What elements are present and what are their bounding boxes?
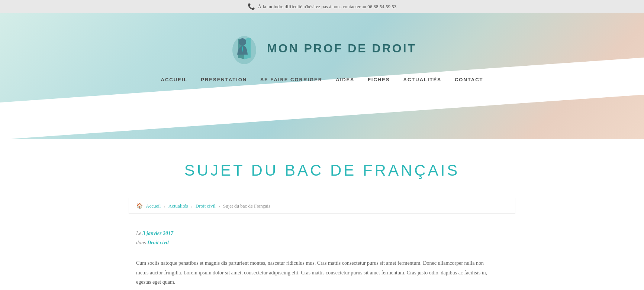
top-bar-message: À la moindre difficulté n'hésitez pas à …	[258, 4, 397, 10]
page-title: SUJET DU BAC DE FRANÇAIS	[7, 162, 637, 179]
site-title: MON PROF DE DROIT	[267, 42, 416, 55]
date-label: Le	[136, 231, 143, 236]
nav-item-contact[interactable]: CONTACT	[455, 77, 483, 82]
breadcrumb-actualites[interactable]: Actualités	[168, 203, 188, 209]
nav-item-actualites[interactable]: ACTUALITÉS	[403, 77, 441, 82]
breadcrumb-sep-2: ›	[191, 203, 192, 209]
main-navigation: ACCUEIL PRESENTATION SE FAIRE CORRIGER A…	[161, 77, 483, 82]
breadcrumb-current: Sujet du bac de Français	[223, 203, 270, 209]
top-bar: 📞 À la moindre difficulté n'hésitez pas …	[0, 0, 644, 13]
logo-area: MON PROF DE DROIT	[228, 32, 416, 65]
post-body: Cum sociis natoque penatibus et magnis d…	[136, 258, 489, 287]
home-icon: 🏠	[136, 203, 143, 209]
svg-point-1	[239, 38, 246, 46]
post-date: Le 3 janvier 2017	[136, 229, 508, 238]
breadcrumb: 🏠 Accueil › Actualités › Droit civil › S…	[129, 198, 515, 214]
nav-item-accueil[interactable]: ACCUEIL	[161, 77, 188, 82]
nav-item-fiches[interactable]: FICHES	[368, 77, 390, 82]
post-category-value: Droit civil	[147, 240, 169, 245]
breadcrumb-home[interactable]: Accueil	[146, 203, 161, 209]
post-meta: Le 3 janvier 2017 dans Droit civil	[136, 229, 508, 247]
phone-icon: 📞	[248, 3, 255, 10]
nav-item-aides[interactable]: AIDES	[336, 77, 354, 82]
site-logo	[228, 32, 261, 65]
post-category: dans Droit civil	[136, 238, 508, 247]
content-area: Le 3 janvier 2017 dans Droit civil Cum s…	[129, 221, 515, 290]
nav-item-presentation[interactable]: PRESENTATION	[201, 77, 247, 82]
breadcrumb-droit-civil[interactable]: Droit civil	[196, 203, 216, 209]
post-date-value: 3 janvier 2017	[143, 231, 173, 236]
hero-section: MON PROF DE DROIT ACCUEIL PRESENTATION S…	[0, 13, 644, 139]
category-prefix: dans	[136, 240, 147, 245]
breadcrumb-sep-3: ›	[219, 203, 220, 209]
breadcrumb-sep-1: ›	[164, 203, 165, 209]
nav-item-corriger[interactable]: SE FAIRE CORRIGER	[260, 77, 322, 82]
page-title-section: SUJET DU BAC DE FRANÇAIS	[0, 139, 644, 190]
